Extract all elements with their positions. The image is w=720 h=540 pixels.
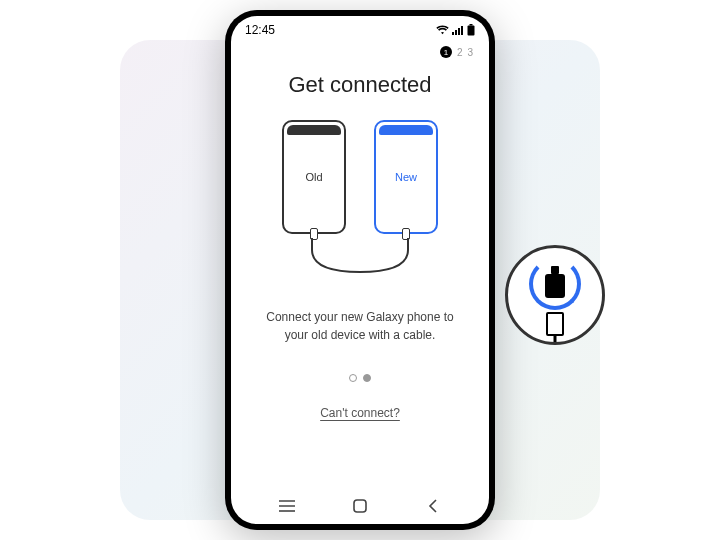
svg-rect-4 [470,24,473,26]
android-navbar [231,488,489,524]
connection-diagram: Old New [260,120,460,290]
dot-1[interactable] [349,374,357,382]
old-phone-label: Old [305,171,322,183]
cable-illustration [282,238,438,280]
wifi-icon [436,25,449,35]
old-phone-illustration: Old [282,120,346,234]
usb-adapter-icon [545,274,565,298]
instruction-text: Connect your new Galaxy phone to your ol… [251,308,469,344]
step-current: 1 [440,46,452,58]
page-title: Get connected [231,72,489,98]
new-phone-illustration: New [374,120,438,234]
svg-rect-3 [461,26,463,35]
dot-2[interactable] [363,374,371,382]
svg-rect-2 [458,28,460,35]
cant-connect-link[interactable]: Can't connect? [231,406,489,420]
svg-rect-1 [455,30,457,35]
signal-icon [452,25,464,35]
step-2: 2 [457,47,463,58]
nav-back-button[interactable] [413,498,453,514]
step-3: 3 [467,47,473,58]
status-bar: 12:45 [231,16,489,44]
step-indicator: 1 2 3 [231,44,489,58]
new-phone-label: New [395,171,417,183]
battery-icon [467,24,475,36]
page-dots[interactable] [231,374,489,382]
svg-rect-5 [468,26,475,36]
nav-home-button[interactable] [340,498,380,514]
svg-rect-0 [452,32,454,35]
phone-screen: 12:45 1 2 3 Get connected Old [231,16,489,524]
status-time: 12:45 [245,23,275,37]
nav-recents-button[interactable] [267,499,307,513]
status-icons [436,24,475,36]
phone-frame: 12:45 1 2 3 Get connected Old [225,10,495,530]
svg-rect-9 [354,500,366,512]
usb-plug-icon [546,312,564,336]
zoom-connector-bubble [505,245,605,345]
